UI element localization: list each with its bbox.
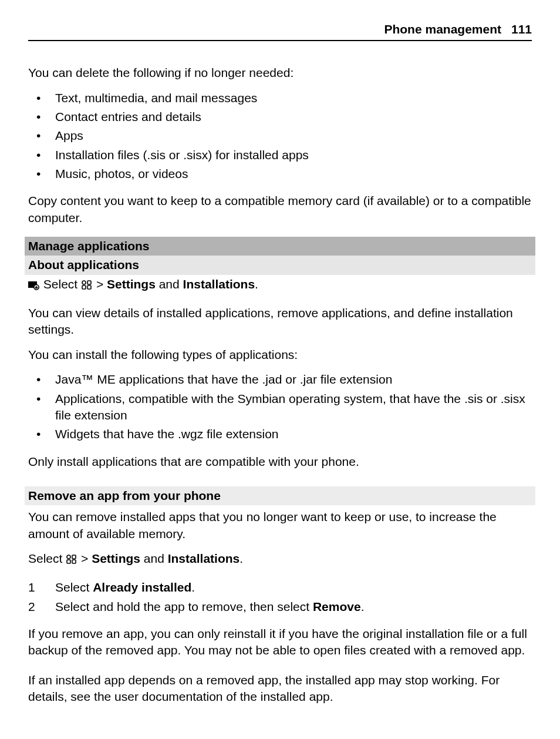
svg-point-3	[82, 281, 86, 284]
select-text: Installations	[168, 552, 240, 565]
apps-grid-icon	[81, 278, 93, 294]
step-text: .	[361, 600, 365, 613]
tip-flag-icon	[28, 278, 40, 294]
step-text: Select	[55, 580, 93, 594]
app-types-list: Java™ ME applications that have the .jad…	[28, 371, 532, 442]
select-text: >	[77, 552, 92, 565]
select-instruction: Select > Settings and Installations.	[28, 550, 532, 569]
select-text: .	[255, 277, 258, 291]
body-text: You can remove installed apps that you n…	[28, 509, 532, 542]
svg-rect-5	[82, 285, 86, 289]
select-text: Select	[43, 277, 81, 291]
svg-rect-9	[67, 560, 70, 563]
list-item: Java™ ME applications that have the .jad…	[28, 371, 532, 388]
select-text: Installations	[183, 277, 255, 291]
select-text: and	[140, 552, 168, 565]
body-text: You can view details of installed applic…	[28, 305, 532, 338]
step-text: Remove	[313, 600, 361, 613]
heading-remove-app: Remove an app from your phone	[25, 486, 535, 505]
document-page: Phone management 111 You can delete the …	[0, 0, 560, 739]
list-item: Widgets that have the .wgz file extensio…	[28, 426, 532, 442]
remove-steps: Select Already installed. Select and hol…	[28, 579, 532, 615]
step-text: Select and hold the app to remove, then …	[55, 600, 313, 613]
body-text: You can install the following types of a…	[28, 347, 532, 363]
intro-lead: You can delete the following if no longe…	[28, 65, 532, 81]
body-text: If an installed app depends on a removed…	[28, 672, 532, 706]
select-instruction: Select > Settings and Installations.	[28, 276, 532, 294]
page-header: Phone management 111	[28, 21, 532, 41]
list-item: Contact entries and details	[28, 109, 532, 125]
select-text: Settings	[92, 552, 140, 565]
list-item: Applications, compatible with the Symbia…	[28, 391, 532, 424]
apps-grid-icon	[66, 552, 77, 569]
svg-rect-4	[87, 281, 91, 284]
body-text: If you remove an app, you can only reins…	[28, 626, 532, 659]
intro-followup: Copy content you want to keep to a compa…	[28, 193, 532, 226]
step-text: .	[191, 580, 195, 594]
select-text: .	[239, 552, 243, 565]
section-title: Phone management	[384, 21, 501, 38]
list-item: Apps	[28, 127, 532, 144]
select-text: Settings	[107, 277, 156, 291]
select-text: Select	[28, 552, 66, 565]
page-number: 111	[508, 21, 532, 38]
step-item: Select and hold the app to remove, then …	[28, 599, 532, 615]
body-text: Only install applications that are compa…	[28, 454, 532, 470]
svg-rect-10	[72, 560, 76, 563]
heading-about-applications: About applications	[25, 256, 535, 274]
svg-point-7	[67, 555, 70, 559]
svg-rect-6	[87, 285, 91, 289]
step-item: Select Already installed.	[28, 579, 532, 596]
svg-rect-8	[72, 555, 76, 559]
select-text: and	[156, 277, 183, 291]
list-item: Text, multimedia, and mail messages	[28, 90, 532, 106]
heading-manage-applications: Manage applications	[25, 237, 535, 256]
step-text: Already installed	[93, 580, 191, 594]
select-text: >	[93, 277, 107, 291]
delete-list: Text, multimedia, and mail messages Cont…	[28, 90, 532, 183]
list-item: Music, photos, or videos	[28, 166, 532, 182]
list-item: Installation files (.sis or .sisx) for i…	[28, 147, 532, 163]
